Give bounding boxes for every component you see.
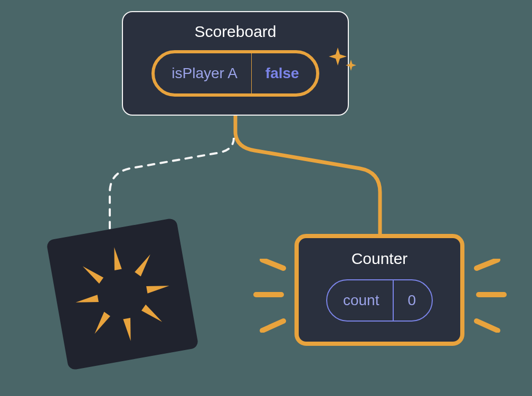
scoreboard-card: Scoreboard isPlayer A false <box>122 11 349 116</box>
counter-title: Counter <box>352 250 408 268</box>
connector-solid <box>233 116 392 237</box>
counter-state-value: 0 <box>394 280 432 320</box>
scoreboard-title: Scoreboard <box>194 23 276 41</box>
destroyed-node-box <box>46 218 199 371</box>
svg-line-10 <box>262 321 283 331</box>
emphasis-rays-left-icon <box>251 259 298 333</box>
counter-state-pill: count 0 <box>326 279 433 322</box>
diagram-stage: Scoreboard isPlayer A false Counter <box>0 0 532 396</box>
counter-state-key: count <box>327 280 394 320</box>
scoreboard-state-pill: isPlayer A false <box>151 50 319 97</box>
emphasis-rays-right-icon <box>462 259 509 333</box>
svg-line-13 <box>477 321 498 331</box>
scoreboard-state-key: isPlayer A <box>155 53 252 93</box>
scoreboard-state-value: false <box>252 53 316 93</box>
svg-line-8 <box>262 260 283 268</box>
counter-card: Counter count 0 <box>294 234 464 346</box>
svg-line-11 <box>477 260 498 268</box>
